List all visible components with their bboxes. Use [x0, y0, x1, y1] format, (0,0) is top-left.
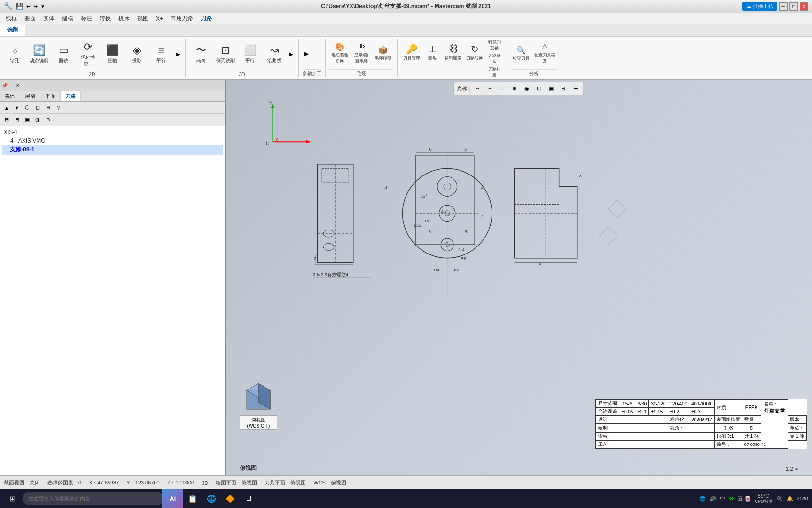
status-3d[interactable]: 3D [202, 480, 208, 486]
panel-btn-hex[interactable]: ⬡ [23, 103, 32, 112]
vp-btn-target[interactable]: ◉ [522, 83, 532, 94]
menu-item-wireframe[interactable]: 线框 [2, 14, 21, 24]
panel-btn-select-all[interactable]: ▣ [23, 115, 32, 125]
tree-item-machine[interactable]: XIS-1 [2, 128, 223, 136]
ribbon-btn-blank-show[interactable]: 👁 显示/隐藏毛坯 [351, 40, 372, 68]
panel-tab-plane[interactable]: 平面 [40, 91, 61, 101]
cloud-sync-btn[interactable]: ☁ 插播上传 [742, 2, 777, 11]
taskbar-notepad-icon[interactable]: 🗒 [241, 490, 258, 507]
3d-more-btn[interactable]: ▶ [287, 51, 295, 57]
menu-item-toolpath[interactable]: 刀路 [197, 14, 216, 24]
panel-btn-half-select[interactable]: ◑ [33, 115, 42, 125]
menu-item-machine[interactable]: 机床 [115, 14, 133, 24]
status-tool-plane[interactable]: 刀具平面：俯视图 [265, 479, 306, 486]
panel-btn-collapse[interactable]: ⊟ [12, 115, 22, 125]
tb-range2: 6-30 [635, 400, 649, 408]
vp-btn-plus-circle[interactable]: ⊕ [509, 83, 520, 94]
ribbon-btn-parallel-3d[interactable]: ⬜ 平行 [238, 40, 262, 68]
ribbon-btn-check-collision[interactable]: ⚠ 检查刀具碰及 [532, 40, 557, 68]
power-icon[interactable]: 🔌 [776, 496, 783, 502]
datetime-display[interactable]: 2020 [797, 496, 808, 501]
vp-btn-grid[interactable]: ⊞ [558, 83, 569, 94]
menu-item-transform[interactable]: 转换 [96, 14, 115, 24]
panel-tab-toolpath[interactable]: 刀路 [61, 91, 81, 101]
maximize-btn[interactable]: □ [789, 2, 798, 11]
status-section-view[interactable]: 截面视图：关闭 [4, 479, 40, 486]
ribbon-btn-opti-dynamic[interactable]: ⟳ 优化动态... [76, 40, 100, 68]
vp-btn-menu[interactable]: ☰ [570, 83, 581, 94]
ime-label[interactable]: 五 🀄 [738, 495, 751, 502]
panel-btn-square[interactable]: ◻ [33, 103, 42, 112]
menu-item-xplus[interactable]: X+ [152, 15, 167, 23]
ribbon-btn-drill[interactable]: ⬦ 钻孔 [3, 40, 26, 68]
ribbon-btn-blank-model[interactable]: 📦 毛坯模型 [373, 40, 393, 68]
ribbon-tab-milling[interactable]: 铣削 [0, 24, 25, 36]
notification-icon[interactable]: 🔔 [787, 496, 793, 502]
ribbon-btn-multiaxis-link[interactable]: ⛓ 多轴连接 [443, 39, 463, 66]
system-icon-network[interactable]: 🌐 [699, 496, 706, 502]
panel-pin-btn[interactable]: — [9, 83, 14, 88]
ribbon-btn-path-transform[interactable]: ↻ 刀路转换 [464, 39, 485, 66]
vp-btn-box[interactable]: ⊡ [534, 83, 544, 94]
taskbar-edge-icon[interactable]: 🌐 [203, 490, 220, 507]
menu-item-dimension[interactable]: 标注 [77, 14, 96, 24]
taskbar-mastercam-icon[interactable]: 🔶 [222, 490, 239, 507]
vp-btn-arrow2[interactable]: ↕ [497, 83, 508, 94]
panel-btn-help[interactable]: ? [54, 103, 63, 112]
close-btn[interactable]: ✕ [800, 2, 808, 11]
part-left-view: 2 2-M2.5有效螺纹4 [313, 164, 371, 277]
ribbon-btn-to-5axis[interactable]: 转换到五轴 [486, 39, 503, 52]
ribbon-btn-tool-manager[interactable]: 🔑 刀具管理 [401, 39, 422, 66]
quick-access-save[interactable]: 💾 [16, 3, 23, 10]
menu-item-view[interactable]: 视图 [133, 14, 152, 24]
taskbar-search[interactable] [23, 492, 164, 505]
ribbon-btn-pocket[interactable]: ⬛ 挖槽 [101, 40, 124, 68]
panel-btn-circle[interactable]: ⊙ [43, 115, 53, 125]
ribbon-btn-project[interactable]: ◈ 投影 [125, 40, 148, 68]
panel-close-btn[interactable]: ✕ [16, 83, 20, 88]
panel-float-btn[interactable]: 📌 [2, 83, 8, 88]
ai-btn[interactable]: Ai [162, 489, 183, 508]
ribbon-btn-dynamic-mill[interactable]: 🔄 动态铣削 [27, 40, 51, 68]
taskbar-task-view[interactable]: 📋 [184, 490, 201, 507]
quick-access-more[interactable]: ▼ [40, 4, 45, 9]
pocket-icon: ⬛ [106, 44, 119, 56]
ribbon-btn-check-tool[interactable]: 🔍 检查刀具 [511, 40, 531, 68]
panel-btn-circle-plus[interactable]: ⊕ [43, 103, 53, 112]
multiaxis-more-btn[interactable]: ▶ [303, 50, 310, 57]
menu-item-modeling[interactable]: 建模 [58, 14, 77, 24]
ribbon-btn-path-sort[interactable]: 刀路排板 [486, 66, 503, 79]
menu-item-common-toolpath[interactable]: 常用刀路 [167, 14, 197, 24]
tree-item-operation[interactable]: 支撑-09-1 [2, 145, 223, 155]
ribbon-btn-blank-color[interactable]: 🎨 毛坯着色切换 [329, 40, 350, 68]
ribbon-btn-probe[interactable]: ⊥ 测头 [423, 39, 442, 66]
svg-text:5: 5 [465, 229, 468, 234]
ribbon-btn-path-trim[interactable]: 刀路修剪 [486, 52, 503, 65]
panel-btn-up[interactable]: ▲ [2, 103, 11, 112]
quick-access-redo[interactable]: ↪ [33, 3, 38, 9]
panel-btn-expand[interactable]: ⊞ [2, 115, 11, 125]
panel-btn-down[interactable]: ▼ [12, 103, 22, 112]
menu-item-solid[interactable]: 实体 [39, 14, 58, 24]
status-wcs[interactable]: WCS：俯视图 [313, 479, 346, 486]
panel-tab-solid[interactable]: 实体 [0, 91, 20, 101]
system-icon-shield[interactable]: 🛡 [720, 496, 725, 501]
mastercam-tray-icon[interactable]: 🛠 [729, 496, 734, 501]
vp-btn-cross[interactable]: + [485, 83, 495, 94]
status-draw-plane[interactable]: 绘图平面：俯视图 [216, 479, 257, 486]
menu-item-surface[interactable]: 曲面 [21, 14, 39, 24]
2d-more-btn[interactable]: ▶ [174, 51, 181, 57]
quick-access-undo[interactable]: ↩ [26, 3, 31, 9]
ribbon-btn-along-curve[interactable]: ↝ 沿曲线 [263, 40, 286, 68]
ribbon-btn-parallel-2d[interactable]: ≡ 平行 [149, 40, 173, 68]
vp-btn-arrow[interactable]: ↔ [473, 83, 483, 94]
vp-btn-box2[interactable]: ▣ [546, 83, 556, 94]
ribbon-btn-side-mill[interactable]: ⊡ 侧刃铣削 [214, 40, 237, 68]
minimize-btn[interactable]: ─ [779, 2, 788, 11]
ribbon-btn-curve[interactable]: 〜 曲线 [189, 40, 213, 68]
panel-tab-layer[interactable]: 层别 [20, 91, 40, 101]
start-btn[interactable]: ⊞ [4, 490, 21, 507]
tree-item-axis[interactable]: - 4 - AXIS VMC [2, 136, 223, 145]
system-icon-speaker[interactable]: 🔊 [710, 496, 716, 502]
ribbon-btn-face-mill[interactable]: ▭ 面铣 [52, 40, 75, 68]
